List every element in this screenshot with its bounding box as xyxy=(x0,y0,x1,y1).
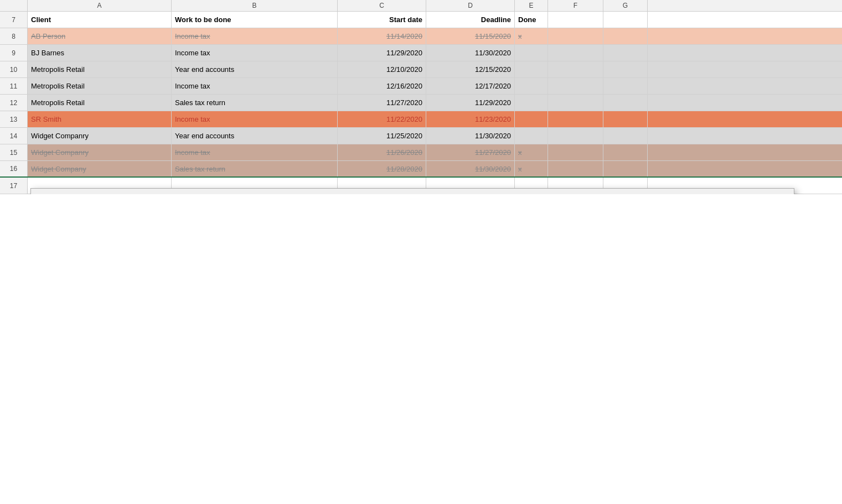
cell-10g xyxy=(603,61,648,77)
cell-11a: Metropolis Retail xyxy=(28,78,172,94)
cell-13d: 11/23/2020 xyxy=(426,111,515,127)
cell-12g xyxy=(603,95,648,111)
col-header-d: D xyxy=(426,0,515,11)
cell-12d: 11/29/2020 xyxy=(426,95,515,111)
cell-13b: Income tax xyxy=(172,111,338,127)
cell-14a: Widget Companry xyxy=(28,128,172,144)
cell-7f xyxy=(548,12,603,28)
cell-11g xyxy=(603,78,648,94)
row-number: 12 xyxy=(0,95,28,111)
cell-13c: 11/22/2020 xyxy=(338,111,426,127)
help-button[interactable]: ? xyxy=(760,193,771,194)
cell-8c: 11/14/2020 xyxy=(338,28,426,44)
cell-16b: Sales tax return xyxy=(172,161,338,176)
cell-14c: 11/25/2020 xyxy=(338,128,426,144)
table-row: 12 Metropolis Retail Sales tax return 11… xyxy=(0,95,842,111)
cell-9b: Income tax xyxy=(172,45,338,61)
cell-16c: 11/28/2020 xyxy=(338,161,426,176)
cell-13f xyxy=(548,111,603,127)
cell-8e: x xyxy=(515,28,548,44)
col-header-e: E xyxy=(515,0,548,11)
table-row: 9 BJ Barnes Income tax 11/29/2020 11/30/… xyxy=(0,45,842,61)
row-number: 10 xyxy=(0,61,28,77)
row-number: 7 xyxy=(0,12,28,28)
cell-12c: 11/27/2020 xyxy=(338,95,426,111)
cell-14d: 11/30/2020 xyxy=(426,128,515,144)
cell-9e xyxy=(515,45,548,61)
cell-12f xyxy=(548,95,603,111)
cell-7b: Work to be done xyxy=(172,12,338,28)
cell-11e xyxy=(515,78,548,94)
cell-8b: Income tax xyxy=(172,28,338,44)
cell-13g xyxy=(603,111,648,127)
cell-15d: 11/27/2020 xyxy=(426,144,515,160)
spreadsheet: A B C D E F G 7 Client Work to be done S… xyxy=(0,0,842,194)
row-num-header xyxy=(0,0,28,11)
cell-15a: Widget Companry xyxy=(28,144,172,160)
cell-13e xyxy=(515,111,548,127)
cell-10d: 12/15/2020 xyxy=(426,61,515,77)
cell-9g xyxy=(603,45,648,61)
table-row: 14 Widget Companry Year end accounts 11/… xyxy=(0,128,842,144)
cell-16a: Widget Company xyxy=(28,161,172,176)
table-row: 15 Widget Companry Income tax 11/26/2020… xyxy=(0,144,842,161)
row-number: 8 xyxy=(0,28,28,44)
cell-10c: 12/10/2020 xyxy=(338,61,426,77)
cell-16f xyxy=(548,161,603,176)
cell-12b: Sales tax return xyxy=(172,95,338,111)
cell-15e: x xyxy=(515,144,548,160)
cell-7g xyxy=(603,12,648,28)
cell-14e xyxy=(515,128,548,144)
cell-10f xyxy=(548,61,603,77)
cell-13a: SR Smith xyxy=(28,111,172,127)
table-row: 16 Widget Company Sales tax return 11/28… xyxy=(0,161,842,178)
cell-14f xyxy=(548,128,603,144)
cell-7d: Deadline xyxy=(426,12,515,28)
cell-8f xyxy=(548,28,603,44)
close-icon[interactable]: ✕ xyxy=(776,193,787,194)
cell-10a: Metropolis Retail xyxy=(28,61,172,77)
col-headers-row: A B C D E F G xyxy=(0,0,842,12)
cell-7e: Done xyxy=(515,12,548,28)
cell-15b: Income tax xyxy=(172,144,338,160)
cell-16g xyxy=(603,161,648,176)
cell-7c: Start date xyxy=(338,12,426,28)
cell-9a: BJ Barnes xyxy=(28,45,172,61)
table-row: 13 SR Smith Income tax 11/22/2020 11/23/… xyxy=(0,111,842,128)
cell-15c: 11/26/2020 xyxy=(338,144,426,160)
cell-9c: 11/29/2020 xyxy=(338,45,426,61)
cell-14g xyxy=(603,128,648,144)
table-row: 8 AB Person Income tax 11/14/2020 11/15/… xyxy=(0,28,842,45)
table-row: 7 Client Work to be done Start date Dead… xyxy=(0,12,842,28)
col-header-g: G xyxy=(603,0,648,11)
cell-15f xyxy=(548,144,603,160)
cell-7a: Client xyxy=(28,12,172,28)
col-header-f: F xyxy=(548,0,603,11)
cell-11b: Income tax xyxy=(172,78,338,94)
row-number: 16 xyxy=(0,161,28,176)
cell-11d: 12/17/2020 xyxy=(426,78,515,94)
cell-8d: 11/15/2020 xyxy=(426,28,515,44)
col-header-b: B xyxy=(172,0,338,11)
table-row: 11 Metropolis Retail Income tax 12/16/20… xyxy=(0,78,842,95)
row-number: 14 xyxy=(0,128,28,144)
dialog-titlebar: Conditional Formatting Rules Manager ? ✕ xyxy=(31,189,794,194)
table-row: 10 Metropolis Retail Year end accounts 1… xyxy=(0,61,842,78)
dialog-controls: ? ✕ xyxy=(760,193,787,194)
cell-8g xyxy=(603,28,648,44)
cell-11f xyxy=(548,78,603,94)
cell-10b: Year end accounts xyxy=(172,61,338,77)
row-number: 15 xyxy=(0,144,28,160)
row-number: 17 xyxy=(0,178,28,194)
col-header-a: A xyxy=(28,0,172,11)
cell-14b: Year end accounts xyxy=(172,128,338,144)
col-header-c: C xyxy=(338,0,426,11)
cell-15g xyxy=(603,144,648,160)
cell-10e xyxy=(515,61,548,77)
dialog-title: Conditional Formatting Rules Manager xyxy=(38,193,171,194)
cell-11c: 12/16/2020 xyxy=(338,78,426,94)
row-number: 11 xyxy=(0,78,28,94)
cell-12e xyxy=(515,95,548,111)
cell-12a: Metropolis Retail xyxy=(28,95,172,111)
cell-16e: x xyxy=(515,161,548,176)
